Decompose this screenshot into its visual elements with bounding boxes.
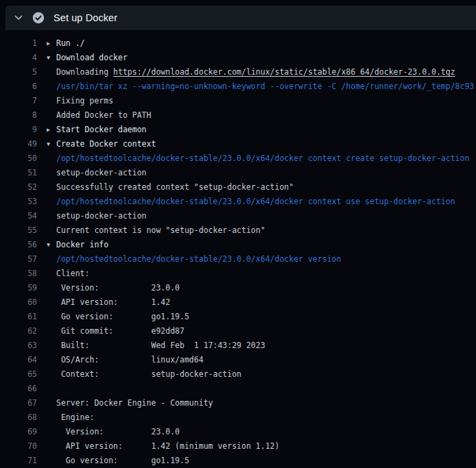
line-number[interactable]: 63 [0,338,37,353]
line-number[interactable]: 51 [0,166,37,180]
log-content: setup-docker-action [56,166,147,180]
log-text: API version: 1.42 (minimum version 1.12) [56,441,279,451]
arrow-spacer [47,353,56,367]
line-number[interactable]: 65 [0,367,37,382]
log-link[interactable]: https://download.docker.com/linux/static… [113,67,455,77]
log-line: 6/usr/bin/tar xz --warning=no-unknown-ke… [0,79,476,94]
log-text: Version: 23.0.0 [56,427,180,436]
log-content: Successfully created context "setup-dock… [56,180,294,195]
log-content: Server: Docker Engine - Community [56,396,213,410]
line-number[interactable]: 53 [0,195,37,209]
line-number[interactable]: 71 [0,454,37,468]
line-number[interactable]: 6 [0,79,37,94]
line-number[interactable]: 5 [0,65,37,79]
step-header[interactable]: Set up Docker [5,5,476,30]
log-line: 64 OS/Arch: linux/amd64 [0,353,476,367]
line-number[interactable]: 54 [0,209,37,223]
line-number[interactable]: 60 [0,295,37,310]
line-number[interactable]: 64 [0,353,37,367]
log-content: /opt/hostedtoolcache/docker-stable/23.0.… [56,195,455,209]
line-number[interactable]: 58 [0,267,37,281]
arrow-spacer [47,439,56,454]
line-number[interactable]: 56 [0,238,37,252]
log-content: Go version: go1.19.5 [56,454,189,468]
line-number[interactable]: 69 [0,425,37,439]
group-title[interactable]: Run ./ [56,38,85,48]
log-content: OS/Arch: linux/amd64 [56,353,204,367]
log-line: 8Added Docker to PATH [0,108,476,123]
arrow-spacer [47,180,56,195]
arrow-spacer [47,166,56,180]
group-toggle-icon[interactable]: ▼ [47,238,56,252]
arrow-spacer [47,252,56,267]
log-text: setup-docker-action [56,168,147,177]
line-number[interactable]: 52 [0,180,37,195]
arrow-spacer [47,324,56,338]
log-line: 50/opt/hostedtoolcache/docker-stable/23.… [0,151,476,166]
line-number[interactable]: 1 [0,36,37,51]
line-number[interactable]: 50 [0,151,37,166]
line-number[interactable]: 70 [0,439,37,454]
log-text: Git commit: e92dd87 [56,326,185,336]
line-number[interactable]: 57 [0,252,37,267]
line-number[interactable]: 9 [0,123,37,137]
log-viewer: 1▶Run ./4▼Download docker5Downloading ht… [0,30,476,468]
group-title[interactable]: Start Docker daemon [56,125,147,134]
log-content: setup-docker-action [56,209,147,223]
arrow-spacer [47,410,56,425]
line-number[interactable]: 49 [0,137,37,151]
log-content: /usr/bin/tar xz --warning=no-unknown-key… [56,79,474,94]
log-content: Client: [56,267,89,281]
line-number[interactable]: 66 [0,382,37,396]
log-text: Version: 23.0.0 [56,283,180,293]
group-toggle-icon[interactable]: ▼ [47,137,56,151]
chevron-down-icon[interactable] [14,13,23,23]
line-number[interactable]: 4 [0,51,37,65]
group-toggle-icon[interactable]: ▶ [47,36,56,51]
log-line: 49▼Create Docker context [0,137,476,151]
line-number[interactable]: 61 [0,310,37,324]
log-content: Docker info [56,238,108,252]
group-title[interactable]: Create Docker context [56,139,156,149]
line-number[interactable]: 7 [0,94,37,108]
arrow-spacer [47,338,56,353]
group-title[interactable]: Docker info [56,240,108,249]
log-content: Added Docker to PATH [56,108,151,123]
line-number[interactable]: 59 [0,281,37,295]
log-content: Fixing perms [56,94,113,108]
arrow-spacer [47,195,56,209]
arrow-spacer [47,94,56,108]
log-text: API version: 1.42 [56,297,170,307]
line-number[interactable]: 68 [0,410,37,425]
arrow-spacer [47,310,56,324]
log-line: 66 [0,382,476,396]
line-number[interactable]: 8 [0,108,37,123]
log-text: Go version: go1.19.5 [56,312,189,321]
log-line: 52Successfully created context "setup-do… [0,180,476,195]
arrow-spacer [47,65,56,79]
group-toggle-icon[interactable]: ▶ [47,123,56,137]
line-number[interactable]: 55 [0,223,37,238]
line-number[interactable]: 67 [0,396,37,410]
log-line: 58Client: [0,267,476,281]
line-number[interactable]: 62 [0,324,37,338]
log-line: 53/opt/hostedtoolcache/docker-stable/23.… [0,195,476,209]
log-line: 54setup-docker-action [0,209,476,223]
log-line: 63 Built: Wed Feb 1 17:43:29 2023 [0,338,476,353]
group-toggle-icon[interactable]: ▼ [47,51,56,65]
log-content: Built: Wed Feb 1 17:43:29 2023 [56,338,265,353]
log-text: Added Docker to PATH [56,110,151,120]
arrow-spacer [47,367,56,382]
log-content: Go version: go1.19.5 [56,310,189,324]
log-text: Context: setup-docker-action [56,369,241,379]
log-line: 61 Go version: go1.19.5 [0,310,476,324]
log-text: Built: Wed Feb 1 17:43:29 2023 [56,341,265,350]
arrow-spacer [47,223,56,238]
arrow-spacer [47,151,56,166]
log-line: 56▼Docker info [0,238,476,252]
log-command-text: /opt/hostedtoolcache/docker-stable/23.0.… [56,197,455,206]
arrow-spacer [47,108,56,123]
log-text: Successfully created context "setup-dock… [56,182,294,192]
group-title[interactable]: Download docker [56,53,128,62]
arrow-spacer [47,382,56,396]
